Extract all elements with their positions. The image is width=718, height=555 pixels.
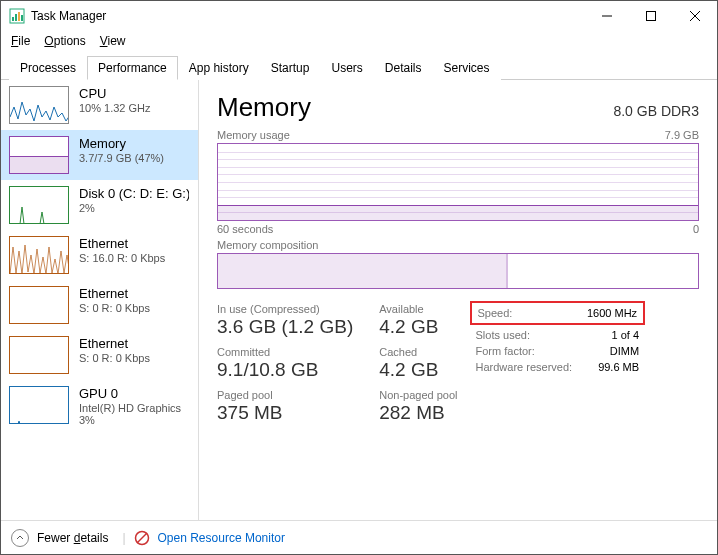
tab-startup[interactable]: Startup xyxy=(260,56,321,80)
sidebar: CPU 10% 1.32 GHz Memory 3.7/7.9 GB (47%) xyxy=(1,80,199,520)
hw-reserved-value: 99.6 MB xyxy=(598,361,639,373)
stats-left: In use (Compressed) 3.6 GB (1.2 GB) Avai… xyxy=(217,303,458,424)
usage-chart-max: 7.9 GB xyxy=(665,129,699,141)
nonpaged-pool-value: 282 MB xyxy=(379,402,457,424)
sidebar-item-memory[interactable]: Memory 3.7/7.9 GB (47%) xyxy=(1,130,198,180)
window-title: Task Manager xyxy=(31,9,585,23)
cached-label: Cached xyxy=(379,346,457,358)
available-value: 4.2 GB xyxy=(379,316,457,338)
main-panel: Memory 8.0 GB DDR3 Memory usage 7.9 GB xyxy=(199,80,717,520)
sidebar-item-disk0[interactable]: Disk 0 (C: D: E: G:) 2% xyxy=(1,180,198,230)
svg-rect-2 xyxy=(15,14,17,21)
composition-chart-section: Memory composition xyxy=(217,239,699,289)
menu-bar: File Options View xyxy=(1,31,717,51)
sidebar-item-sub: Intel(R) HD Graphics 3% xyxy=(79,402,181,426)
body: CPU 10% 1.32 GHz Memory 3.7/7.9 GB (47%) xyxy=(1,80,717,520)
resource-monitor-icon xyxy=(134,530,150,546)
chevron-up-icon[interactable] xyxy=(11,529,29,547)
menu-options[interactable]: Options xyxy=(44,34,85,48)
close-icon xyxy=(690,11,700,21)
in-use-value: 3.6 GB (1.2 GB) xyxy=(217,316,353,338)
memory-thumb-icon xyxy=(9,136,69,174)
stats-section: In use (Compressed) 3.6 GB (1.2 GB) Avai… xyxy=(217,303,699,424)
page-title: Memory xyxy=(217,92,311,123)
committed-label: Committed xyxy=(217,346,353,358)
form-factor-value: DIMM xyxy=(610,345,639,357)
disk-thumb-icon xyxy=(9,186,69,224)
sidebar-item-label: CPU xyxy=(79,86,151,101)
gpu-thumb-icon xyxy=(9,386,69,424)
menu-view[interactable]: View xyxy=(100,34,126,48)
tab-app-history[interactable]: App history xyxy=(178,56,260,80)
tab-users[interactable]: Users xyxy=(320,56,373,80)
menu-file[interactable]: File xyxy=(11,34,30,48)
composition-chart-label: Memory composition xyxy=(217,239,318,251)
usage-chart-label: Memory usage xyxy=(217,129,290,141)
ethernet-thumb-icon xyxy=(9,236,69,274)
cpu-thumb-icon xyxy=(9,86,69,124)
tab-strip: Processes Performance App history Startu… xyxy=(1,51,717,80)
sidebar-item-ethernet-1[interactable]: Ethernet S: 16.0 R: 0 Kbps xyxy=(1,230,198,280)
task-manager-window: Task Manager File Options View Processes… xyxy=(0,0,718,555)
sidebar-item-sub: 2% xyxy=(79,202,189,214)
sidebar-item-sub: 3.7/7.9 GB (47%) xyxy=(79,152,164,164)
svg-rect-1 xyxy=(12,17,14,21)
memory-spec: 8.0 GB DDR3 xyxy=(613,103,699,119)
form-factor-label: Form factor: xyxy=(476,345,535,357)
usage-chart-section: Memory usage 7.9 GB 60 seconds 0 xyxy=(217,129,699,235)
committed-value: 9.1/10.8 GB xyxy=(217,359,353,381)
main-header: Memory 8.0 GB DDR3 xyxy=(217,92,699,123)
sidebar-item-label: Memory xyxy=(79,136,164,151)
memory-composition-chart xyxy=(217,253,699,289)
axis-left-label: 60 seconds xyxy=(217,223,273,235)
stats-right: Speed: 1600 MHz Slots used: 1 of 4 Form … xyxy=(476,303,640,424)
open-resource-monitor-link[interactable]: Open Resource Monitor xyxy=(158,531,285,545)
svg-line-10 xyxy=(137,533,147,543)
memory-usage-chart xyxy=(217,143,699,221)
tab-processes[interactable]: Processes xyxy=(9,56,87,80)
speed-value: 1600 MHz xyxy=(587,307,637,319)
nonpaged-pool-label: Non-paged pool xyxy=(379,389,457,401)
axis-right-label: 0 xyxy=(693,223,699,235)
in-use-label: In use (Compressed) xyxy=(217,303,353,315)
sidebar-item-ethernet-3[interactable]: Ethernet S: 0 R: 0 Kbps xyxy=(1,330,198,380)
maximize-icon xyxy=(646,11,656,21)
sidebar-item-sub: S: 16.0 R: 0 Kbps xyxy=(79,252,165,264)
sidebar-item-label: Ethernet xyxy=(79,336,150,351)
cached-value: 4.2 GB xyxy=(379,359,457,381)
close-button[interactable] xyxy=(673,1,717,31)
tab-details[interactable]: Details xyxy=(374,56,433,80)
app-icon xyxy=(9,8,25,24)
footer: Fewer details | Open Resource Monitor xyxy=(1,520,717,554)
ethernet-thumb-icon xyxy=(9,336,69,374)
svg-rect-3 xyxy=(18,12,20,21)
svg-rect-6 xyxy=(647,12,656,21)
minimize-button[interactable] xyxy=(585,1,629,31)
sidebar-item-label: Ethernet xyxy=(79,286,150,301)
hw-reserved-label: Hardware reserved: xyxy=(476,361,573,373)
sidebar-item-cpu[interactable]: CPU 10% 1.32 GHz xyxy=(1,80,198,130)
maximize-button[interactable] xyxy=(629,1,673,31)
available-label: Available xyxy=(379,303,457,315)
fewer-details-button[interactable]: Fewer details xyxy=(37,531,108,545)
sidebar-item-label: Ethernet xyxy=(79,236,165,251)
sidebar-item-sub: S: 0 R: 0 Kbps xyxy=(79,352,150,364)
svg-rect-4 xyxy=(21,15,23,21)
sidebar-item-ethernet-2[interactable]: Ethernet S: 0 R: 0 Kbps xyxy=(1,280,198,330)
sidebar-item-gpu0[interactable]: GPU 0 Intel(R) HD Graphics 3% xyxy=(1,380,198,432)
tab-services[interactable]: Services xyxy=(433,56,501,80)
speed-highlight: Speed: 1600 MHz xyxy=(470,301,646,325)
paged-pool-label: Paged pool xyxy=(217,389,353,401)
title-bar: Task Manager xyxy=(1,1,717,31)
sidebar-item-label: GPU 0 xyxy=(79,386,181,401)
minimize-icon xyxy=(602,11,612,21)
sidebar-item-label: Disk 0 (C: D: E: G:) xyxy=(79,186,189,201)
divider: | xyxy=(122,531,125,545)
tab-performance[interactable]: Performance xyxy=(87,56,178,80)
slots-label: Slots used: xyxy=(476,329,530,341)
slots-value: 1 of 4 xyxy=(612,329,640,341)
sidebar-item-sub: 10% 1.32 GHz xyxy=(79,102,151,114)
paged-pool-value: 375 MB xyxy=(217,402,353,424)
speed-label: Speed: xyxy=(478,307,513,319)
sidebar-item-sub: S: 0 R: 0 Kbps xyxy=(79,302,150,314)
